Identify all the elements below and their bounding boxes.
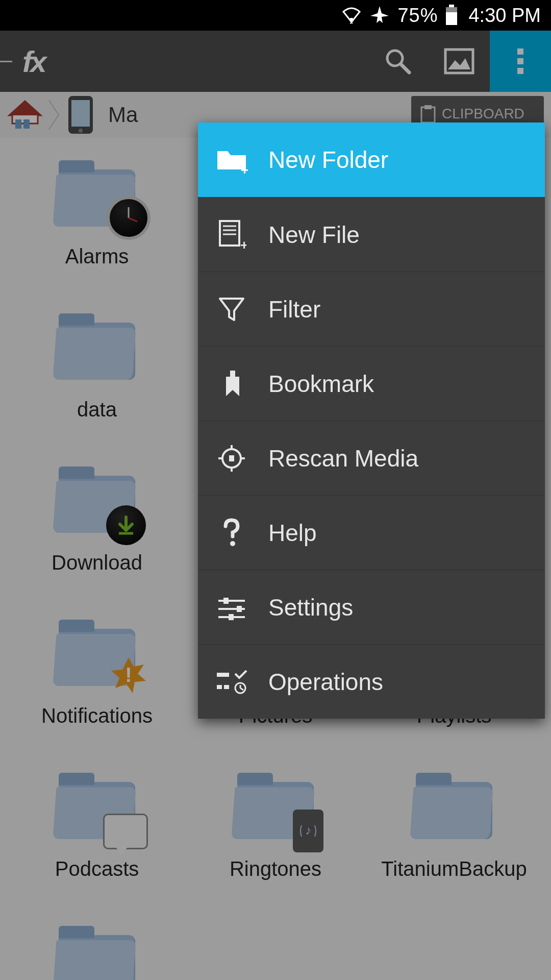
- svg-rect-29: [230, 371, 235, 377]
- svg-point-36: [230, 541, 235, 546]
- sliders-icon: [213, 595, 250, 620]
- file-add-icon: +: [213, 219, 250, 251]
- menu-operations[interactable]: Operations: [198, 644, 545, 719]
- question-icon: [213, 518, 250, 548]
- svg-rect-43: [217, 673, 229, 677]
- menu-bookmark[interactable]: Bookmark: [198, 346, 545, 421]
- svg-rect-40: [237, 606, 242, 612]
- menu-label: New File: [268, 221, 360, 249]
- menu-label: Help: [268, 519, 317, 547]
- menu-new-folder[interactable]: + New Folder: [198, 122, 545, 197]
- airplane-mode-icon: [369, 5, 390, 26]
- folder-add-icon: +: [213, 146, 250, 174]
- menu-label: Settings: [268, 594, 353, 621]
- svg-text:⇅: ⇅: [349, 21, 354, 24]
- menu-rescan-media[interactable]: Rescan Media: [198, 421, 545, 495]
- battery-percent: 75%: [397, 5, 438, 27]
- overflow-menu: + New Folder + New File Filter Bookmark …: [198, 122, 545, 719]
- clock-text: 4:30 PM: [468, 5, 541, 27]
- menu-new-file[interactable]: + New File: [198, 197, 545, 272]
- svg-rect-44: [217, 685, 222, 689]
- operations-icon: [213, 670, 250, 694]
- wifi-icon: ⇅: [341, 7, 362, 24]
- svg-rect-3: [446, 7, 457, 12]
- menu-filter[interactable]: Filter: [198, 272, 545, 346]
- funnel-icon: [213, 296, 250, 323]
- bookmark-icon: [213, 369, 250, 399]
- svg-rect-42: [229, 614, 234, 620]
- menu-label: Filter: [268, 296, 320, 323]
- svg-line-48: [240, 688, 243, 690]
- menu-label: Rescan Media: [268, 445, 418, 472]
- crosshair-icon: [213, 443, 250, 474]
- svg-rect-45: [224, 685, 229, 689]
- battery-icon: [445, 5, 458, 26]
- menu-label: New Folder: [268, 146, 388, 174]
- svg-rect-24: [220, 221, 239, 246]
- menu-settings[interactable]: Settings: [198, 570, 545, 644]
- menu-label: Operations: [268, 668, 383, 696]
- menu-label: Bookmark: [268, 370, 374, 398]
- menu-help[interactable]: Help: [198, 495, 545, 570]
- status-bar: ⇅ 75% 4:30 PM: [0, 0, 551, 31]
- svg-text:+: +: [240, 237, 246, 251]
- svg-rect-38: [223, 598, 229, 604]
- svg-text:+: +: [241, 162, 248, 174]
- svg-rect-4: [449, 5, 454, 7]
- svg-rect-35: [229, 455, 234, 461]
